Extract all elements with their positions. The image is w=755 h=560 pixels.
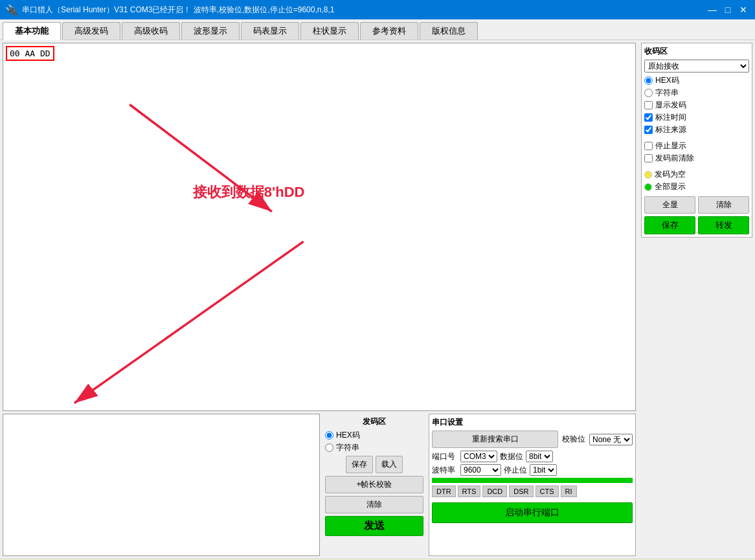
show-all-label: 全部显示 <box>655 181 686 192</box>
left-panel: 00 AA DD 接收到数据8'hDD <box>0 40 638 559</box>
rescan-button[interactable]: 重新搜索串口 <box>432 431 558 448</box>
tab-advanced-send[interactable]: 高级发码 <box>62 22 120 39</box>
dtr-button[interactable]: DTR <box>432 486 456 497</box>
show-send-label: 显示发码 <box>655 100 686 111</box>
show-send-check[interactable] <box>644 101 653 109</box>
databits-select[interactable]: 8bit7bit <box>526 451 553 462</box>
stopbits-select[interactable]: 1bit2bit <box>530 464 557 476</box>
bottom-section: 发码区 HEX码 字符串 保存 载入 +帧长校验 清除 <box>3 414 636 556</box>
title-bar-controls[interactable]: — □ ✕ <box>706 4 750 16</box>
title-text: 串口猎人（Serial Hunter）V31 COM3已经开启！ 波特率,校验位… <box>22 5 334 16</box>
send-load-button[interactable]: 载入 <box>376 456 403 473</box>
time-label-text: 标注时间 <box>655 112 686 123</box>
recv-hex-radio[interactable]: HEX码 <box>644 75 749 86</box>
source-label-check[interactable] <box>644 126 653 134</box>
save-load-btns: 保存 载入 <box>325 456 423 473</box>
recv-hex-input[interactable] <box>644 76 653 85</box>
tabs-bar: 基本功能 高级发码 高级收码 波形显示 码表显示 柱状显示 参考资料 版权信息 <box>0 19 755 40</box>
recv-string-radio[interactable]: 字符串 <box>644 87 749 98</box>
parity-select[interactable]: None 无 Even 偶 Odd 奇 <box>589 434 633 445</box>
time-label-check[interactable] <box>644 113 653 122</box>
save-recv-button[interactable]: 保存 <box>644 216 695 234</box>
fullscreen-button[interactable]: 全显 <box>644 196 695 214</box>
empty-send-label: 发码为空 <box>655 169 686 180</box>
annotation-arrow <box>3 43 635 410</box>
frame-check-button[interactable]: +帧长校验 <box>325 476 423 493</box>
recv-string-input[interactable] <box>644 89 653 97</box>
relay-button[interactable]: 转发 <box>698 216 749 234</box>
svg-line-3 <box>74 241 304 403</box>
stop-display-check[interactable] <box>644 142 653 150</box>
string-radio-label: 字符串 <box>336 442 359 453</box>
send-save-button[interactable]: 保存 <box>346 456 373 473</box>
empty-send-row: 发码为空 <box>644 169 749 180</box>
signal-progress-bar <box>432 478 633 483</box>
cts-button[interactable]: CTS <box>535 486 559 497</box>
tab-basic[interactable]: 基本功能 <box>3 22 61 40</box>
baud-row: 波特率 960011520038400 停止位 1bit2bit <box>432 464 633 476</box>
databits-label: 数据位 <box>500 451 523 462</box>
dsr-button[interactable]: DSR <box>509 486 533 497</box>
parity-label: 校验位 <box>562 434 585 445</box>
source-label-row[interactable]: 标注来源 <box>644 124 749 135</box>
baud-select[interactable]: 960011520038400 <box>460 464 501 476</box>
tab-reference[interactable]: 参考资料 <box>360 22 418 39</box>
send-area-title: 发码区 <box>325 416 423 427</box>
receive-display: 00 AA DD 接收到数据8'hDD <box>3 43 636 411</box>
show-send-row[interactable]: 显示发码 <box>644 100 749 111</box>
tab-advanced-recv[interactable]: 高级收码 <box>122 22 180 39</box>
send-string-radio[interactable]: 字符串 <box>325 442 423 453</box>
received-data-box: 00 AA DD <box>6 46 54 61</box>
send-text-area[interactable] <box>3 414 320 556</box>
signal-bar: DTR RTS DCD DSR CTS RI <box>432 486 633 497</box>
main-area: 00 AA DD 接收到数据8'hDD <box>0 40 755 559</box>
maximize-button[interactable]: □ <box>721 4 734 16</box>
pre-clear-label: 发码前清除 <box>655 153 694 164</box>
rts-button[interactable]: RTS <box>458 486 481 497</box>
receive-controls-box: 收码区 原始接收 解析接收 HEX码 字符串 显示发码 <box>641 43 752 238</box>
tab-copyright[interactable]: 版权信息 <box>420 22 478 39</box>
tab-code-table[interactable]: 码表显示 <box>241 22 299 39</box>
port-select[interactable]: COM3COM1COM2 <box>460 451 497 462</box>
recv-string-label: 字符串 <box>655 87 679 98</box>
source-label-text: 标注来源 <box>655 124 686 135</box>
hex-radio-input[interactable] <box>325 431 333 440</box>
clear-recv-button[interactable]: 清除 <box>698 196 749 214</box>
save-relay-btns: 保存 转发 <box>644 216 749 234</box>
ri-button[interactable]: RI <box>561 486 577 497</box>
app-icon: 🔌 <box>5 4 18 16</box>
hex-radio-label: HEX码 <box>336 430 360 441</box>
minimize-button[interactable]: — <box>706 4 719 16</box>
title-bar: 🔌 串口猎人（Serial Hunter）V31 COM3已经开启！ 波特率,校… <box>0 0 755 19</box>
baud-label: 波特率 <box>432 465 458 476</box>
annotation-arrow2 <box>3 43 635 410</box>
right-panel: 收码区 原始接收 解析接收 HEX码 字符串 显示发码 <box>638 40 755 559</box>
pre-clear-check[interactable] <box>644 154 653 162</box>
recv-format-group: HEX码 字符串 <box>644 75 749 98</box>
annotation-text: 接收到数据8'hDD <box>193 183 305 202</box>
send-button[interactable]: 发送 <box>325 516 423 536</box>
tab-bar-chart[interactable]: 柱状显示 <box>300 22 359 39</box>
close-button[interactable]: ✕ <box>737 4 750 16</box>
send-hex-radio[interactable]: HEX码 <box>325 430 423 441</box>
stop-display-row[interactable]: 停止显示 <box>644 140 749 151</box>
serial-settings-panel: 串口设置 重新搜索串口 校验位 None 无 Even 偶 Odd 奇 端口号 … <box>429 414 636 556</box>
receive-controls-title: 收码区 <box>644 46 749 57</box>
start-serial-button[interactable]: 启动串行端口 <box>432 502 633 523</box>
port-label: 端口号 <box>432 451 458 462</box>
stopbits-label: 停止位 <box>504 465 527 476</box>
send-clear-button[interactable]: 清除 <box>325 496 423 513</box>
serial-settings-title: 串口设置 <box>432 417 633 428</box>
string-radio-input[interactable] <box>325 443 333 452</box>
send-controls: 发码区 HEX码 字符串 保存 载入 +帧长校验 清除 <box>322 414 426 556</box>
stop-display-label: 停止显示 <box>655 140 686 151</box>
show-all-row: 全部显示 <box>644 181 749 192</box>
send-textarea[interactable] <box>3 414 319 555</box>
pre-clear-row[interactable]: 发码前清除 <box>644 153 749 164</box>
yellow-dot <box>644 171 652 179</box>
dcd-button[interactable]: DCD <box>482 486 507 497</box>
time-label-row[interactable]: 标注时间 <box>644 112 749 123</box>
tab-waveform[interactable]: 波形显示 <box>181 22 240 39</box>
title-bar-left: 🔌 串口猎人（Serial Hunter）V31 COM3已经开启！ 波特率,校… <box>5 4 334 16</box>
receive-mode-select[interactable]: 原始接收 解析接收 <box>644 60 749 73</box>
